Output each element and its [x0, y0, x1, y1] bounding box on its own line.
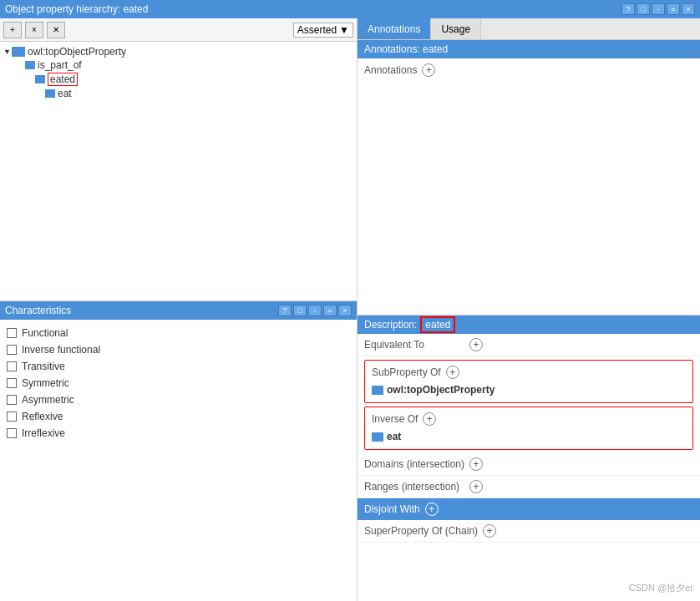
char-functional: Functional — [7, 325, 350, 341]
char-max-btn[interactable]: = — [323, 305, 337, 316]
inverse-of-item[interactable]: eat — [372, 429, 686, 444]
tree-item-label-eat: eat — [58, 88, 72, 99]
tree-toggle-icon: ▼ — [3, 48, 12, 56]
char-reflexive: Reflexive — [7, 408, 350, 425]
tree-item-eated[interactable]: eated — [3, 72, 353, 87]
tree-node-icon — [12, 47, 25, 57]
char-help-btn[interactable]: ? — [278, 305, 292, 316]
add-range-button[interactable]: + — [469, 480, 483, 493]
ranges-label: Ranges (intersection) — [364, 481, 464, 492]
reflexive-checkbox[interactable] — [7, 412, 17, 422]
characteristics-list: Functional Inverse functional Transitive… — [0, 320, 357, 447]
disjoint-with-row: Disjoint With + — [358, 498, 700, 520]
tree-node-icon — [25, 61, 35, 69]
annotations-label: Annotations — [364, 64, 417, 76]
sub-property-item[interactable]: owl:topObjectProperty — [372, 382, 686, 397]
watermark: CSDN @拾夕er — [629, 582, 693, 594]
annotations-header: Annotations: eated — [358, 40, 700, 58]
sub-property-value: owl:topObjectProperty — [387, 384, 495, 396]
characteristics-title: Characteristics — [5, 305, 71, 316]
inverse-of-label: Inverse Of — [372, 413, 418, 425]
description-header: Description: eated — [358, 316, 700, 334]
tree-item-eat[interactable]: eat — [3, 87, 353, 100]
annotations-section: Annotations: eated Annotations + — [358, 40, 700, 316]
max-btn[interactable]: = — [667, 3, 680, 15]
char-inverse-functional: Inverse functional — [7, 341, 350, 358]
inverse-of-value: eat — [387, 431, 401, 442]
char-min-btn[interactable]: - — [308, 305, 322, 316]
sub-property-of-label: SubProperty Of — [372, 366, 441, 378]
tab-annotations-label: Annotations — [368, 23, 420, 35]
help-btn[interactable]: ? — [621, 3, 635, 15]
char-pin-btn[interactable]: □ — [293, 305, 307, 316]
add-super-property-button[interactable]: + — [483, 524, 496, 538]
equivalent-to-row: Equivalent To + — [358, 334, 700, 356]
inverse-of-header: Inverse Of + — [372, 412, 686, 426]
tree-node-icon — [45, 89, 55, 98]
annotations-title: Annotations: eated — [364, 43, 448, 55]
equivalent-to-label: Equivalent To — [364, 339, 464, 351]
tab-usage-label: Usage — [441, 23, 470, 35]
tree-node-icon — [35, 75, 45, 83]
title-bar: Object property hierarchy: eated ? □ - =… — [0, 0, 700, 18]
inverse-functional-label: Inverse functional — [22, 344, 100, 356]
asserted-label: Asserted — [297, 24, 337, 36]
domains-label: Domains (intersection) — [364, 458, 464, 470]
remove-property-button[interactable]: × — [25, 22, 43, 38]
description-title-highlight: eated — [420, 316, 455, 333]
delete-property-button[interactable]: ✕ — [47, 22, 65, 38]
description-section: Description: eated Equivalent To + SubPr… — [358, 316, 700, 601]
characteristics-panel: Characteristics ? □ - = × Functional Inv… — [0, 300, 357, 601]
irreflexive-label: Irreflexive — [22, 427, 65, 439]
add-inverse-of-button[interactable]: + — [423, 412, 436, 426]
char-asymmetric: Asymmetric — [7, 391, 350, 408]
sub-property-of-header: SubProperty Of + — [372, 366, 686, 379]
char-symmetric: Symmetric — [7, 375, 350, 391]
characteristics-controls: ? □ - = × — [278, 305, 352, 316]
add-equivalent-to-button[interactable]: + — [469, 338, 483, 351]
tree-item[interactable]: is_part_of — [3, 58, 353, 72]
add-disjoint-button[interactable]: + — [425, 503, 439, 516]
title-controls: ? □ - = × — [621, 3, 695, 15]
inverse-of-icon — [372, 432, 383, 442]
characteristics-header: Characteristics ? □ - = × — [0, 301, 357, 320]
add-sub-property-button[interactable]: + — [446, 366, 459, 379]
tab-annotations[interactable]: Annotations — [358, 18, 431, 39]
inverse-of-box: Inverse Of + eat — [364, 407, 693, 450]
right-panel: Annotations Usage Annotations: eated Ann… — [358, 18, 700, 601]
domains-row: Domains (intersection) + — [358, 453, 700, 476]
functional-label: Functional — [22, 327, 68, 339]
reflexive-label: Reflexive — [22, 411, 63, 422]
tree-item-label: owl:topObjectProperty — [28, 46, 126, 58]
tree-item-label-eated: eated — [48, 73, 78, 86]
char-close-btn[interactable]: × — [338, 305, 352, 316]
super-property-label: SuperProperty Of (Chain) — [364, 525, 478, 537]
irreflexive-checkbox[interactable] — [7, 428, 17, 438]
tree-view: ▼ owl:topObjectProperty is_part_of eated… — [0, 42, 357, 300]
tab-usage[interactable]: Usage — [431, 18, 481, 39]
inverse-functional-checkbox[interactable] — [7, 345, 17, 355]
symmetric-checkbox[interactable] — [7, 378, 17, 388]
main-container: + × ✕ Asserted ▼ ▼ owl:topObjectProperty… — [0, 18, 700, 601]
pin-btn[interactable]: □ — [637, 3, 650, 15]
super-property-row: SuperProperty Of (Chain) + — [358, 520, 700, 543]
asymmetric-checkbox[interactable] — [7, 395, 17, 405]
functional-checkbox[interactable] — [7, 328, 17, 338]
min-btn[interactable]: - — [652, 3, 665, 15]
close-btn[interactable]: × — [682, 3, 695, 15]
tabs-bar: Annotations Usage — [358, 18, 700, 40]
asymmetric-label: Asymmetric — [22, 394, 74, 406]
asserted-dropdown[interactable]: Asserted ▼ — [293, 23, 353, 38]
toolbar: + × ✕ Asserted ▼ — [0, 18, 357, 42]
symmetric-label: Symmetric — [22, 377, 69, 389]
ranges-row: Ranges (intersection) + — [358, 476, 700, 498]
annotations-content: Annotations + — [358, 58, 700, 82]
add-property-button[interactable]: + — [3, 22, 22, 38]
tree-item-label: is_part_of — [38, 59, 82, 71]
tree-item[interactable]: ▼ owl:topObjectProperty — [3, 45, 353, 58]
char-irreflexive: Irreflexive — [7, 425, 350, 442]
transitive-checkbox[interactable] — [7, 361, 17, 371]
add-annotation-button[interactable]: + — [422, 63, 435, 77]
description-title: Description: — [364, 319, 417, 331]
add-domain-button[interactable]: + — [469, 457, 483, 471]
